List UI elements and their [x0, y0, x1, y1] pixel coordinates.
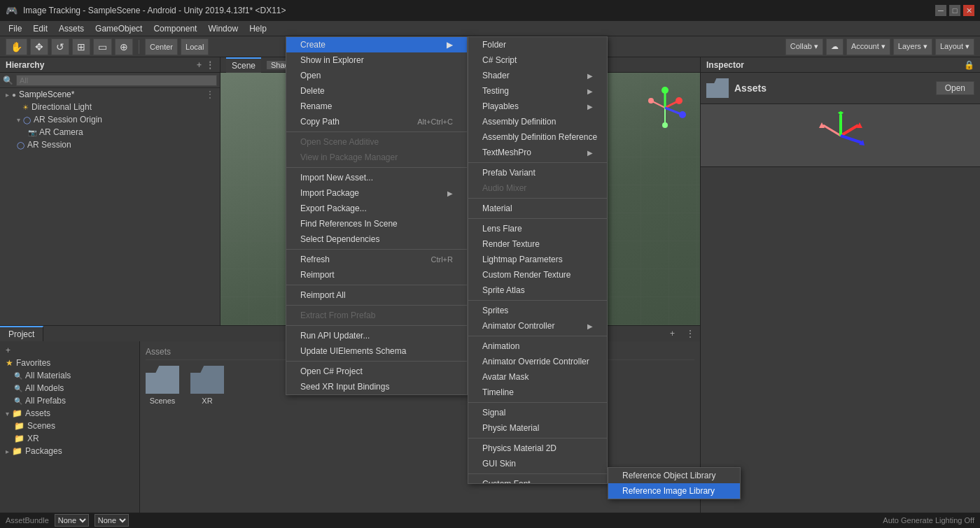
ctx-import-package[interactable]: Import Package ▶ [286, 185, 467, 201]
rect-tool[interactable]: ▭ [93, 38, 112, 55]
account-button[interactable]: Account ▾ [846, 38, 890, 55]
ctx-update-uielements[interactable]: Update UIElements Schema [286, 343, 467, 359]
menu-gameobject[interactable]: GameObject [90, 22, 148, 35]
ctx-reference-image-library[interactable]: Reference Image Library [608, 483, 740, 499]
ctx-seed-xr[interactable]: Seed XR Input Bindings [286, 379, 467, 394]
menu-file[interactable]: File [3, 22, 27, 35]
ctx-audio-mixer[interactable]: Material [468, 201, 607, 216]
hierarchy-item-arcamera[interactable]: 📷 AR Camera [0, 126, 220, 138]
sidebar-all-models[interactable]: 🔍 All Models [0, 382, 139, 394]
ctx-open[interactable]: Open [286, 68, 467, 83]
ctx-csharp-script[interactable]: C# Script [468, 52, 607, 68]
menu-assets[interactable]: Assets [53, 22, 90, 35]
ctx-animator-override[interactable]: Avatar Mask [468, 369, 607, 385]
inspector-lock-icon[interactable]: 🔒 [964, 60, 974, 70]
ctx-shader[interactable]: Shader ▶ [468, 68, 607, 83]
collab-button[interactable]: Collab ▾ [785, 38, 823, 55]
ctx-open-csharp[interactable]: Open C# Project [286, 364, 467, 379]
ctx-sep-1 [286, 131, 467, 132]
ctx-refresh[interactable]: Refresh Ctrl+R [286, 252, 467, 267]
ctx-export-package[interactable]: Export Package... [286, 201, 467, 216]
move-tool[interactable]: ✥ [30, 38, 48, 55]
ctx-sprites[interactable]: Animator Controller ▶ [468, 318, 607, 334]
rotate-tool[interactable]: ↺ [51, 38, 69, 55]
sidebar-add-button[interactable]: + [0, 344, 139, 357]
ctx-delete[interactable]: Delete [286, 83, 467, 99]
ctx-folder[interactable]: Folder [468, 37, 607, 52]
ctx-import-new-asset[interactable]: Import New Asset... [286, 170, 467, 185]
transform-tool[interactable]: ⊕ [115, 38, 133, 55]
project-tab[interactable]: Project [0, 326, 43, 341]
context-menu-1-header[interactable]: Create ▶ [286, 37, 467, 52]
ctx-playables[interactable]: Playables ▶ [468, 99, 607, 114]
menu-component[interactable]: Component [148, 22, 202, 35]
sidebar-all-materials[interactable]: 🔍 All Materials [0, 369, 139, 382]
menu-window[interactable]: Window [202, 22, 244, 35]
cloud-button[interactable]: ☁ [826, 38, 844, 55]
scene-tab[interactable]: Scene [226, 57, 261, 73]
hierarchy-item-dirlight[interactable]: ☀ Directional Light [0, 101, 220, 113]
ctx-physic-material[interactable]: Physics Material 2D [468, 441, 607, 456]
sidebar-all-prefabs[interactable]: 🔍 All Prefabs [0, 394, 139, 407]
center-button[interactable]: Center [145, 38, 178, 55]
ctx-copy-path[interactable]: Copy Path Alt+Ctrl+C [286, 114, 467, 129]
minimize-button[interactable]: ─ [935, 5, 946, 16]
ctx-assembly-def-ref[interactable]: Assembly Definition Reference [468, 129, 607, 145]
ctx-avatar-mask[interactable]: Timeline [468, 385, 607, 400]
ctx-custom-render-texture[interactable]: Sprite Atlas [468, 283, 607, 298]
ctx-timeline[interactable]: Signal [468, 405, 607, 420]
ctx-scene[interactable]: Prefab Variant [468, 165, 607, 180]
hierarchy-item-arsession[interactable]: ▾ ◯ AR Session Origin [0, 113, 220, 126]
ctx-find-references[interactable]: Find References In Scene [286, 216, 467, 231]
ctx-lightmap-params[interactable]: Custom Render Texture [468, 267, 607, 283]
add-icon[interactable]: + [197, 60, 202, 70]
ctx-reference-object-library[interactable]: Reference Object Library [608, 468, 740, 483]
ctx-textmeshpro[interactable]: TextMeshPro ▶ [468, 145, 607, 160]
sidebar-xr[interactable]: 📁 XR [0, 432, 139, 445]
ctx-lens-flare[interactable]: Render Texture [468, 236, 607, 252]
ctx-assembly-def[interactable]: Assembly Definition [468, 114, 607, 129]
hierarchy-item-samplescene[interactable]: ▸ ● SampleScene* ⋮ [0, 88, 220, 101]
hierarchy-search[interactable] [16, 75, 217, 86]
ctx-animator-controller[interactable]: Animation [468, 338, 607, 354]
ctx-run-api-updater[interactable]: Run API Updater... [286, 328, 467, 343]
ctx-show-explorer[interactable]: Show in Explorer [286, 52, 467, 68]
ctx-rename[interactable]: Rename [286, 99, 467, 114]
ctx-testing[interactable]: Testing ▶ [468, 83, 607, 99]
ctx-render-texture[interactable]: Lightmap Parameters [468, 252, 607, 267]
scale-tool[interactable]: ⊞ [72, 38, 90, 55]
ctx-reimport[interactable]: Reimport [286, 267, 467, 283]
sidebar-scenes[interactable]: 📁 Scenes [0, 420, 139, 432]
ctx-material[interactable]: Lens Flare [468, 221, 607, 236]
menu-edit[interactable]: Edit [27, 22, 53, 35]
close-button[interactable]: ✕ [963, 5, 974, 16]
ctx-select-dependencies[interactable]: Select Dependencies [286, 231, 467, 247]
menu-help[interactable]: Help [244, 22, 272, 35]
sidebar-assets[interactable]: ▾ 📁 Assets [0, 407, 139, 420]
hand-tool[interactable]: ✋ [6, 38, 27, 55]
scene-gizmo [644, 87, 686, 129]
layout-button[interactable]: Layout ▾ [935, 38, 974, 55]
ctx-animation[interactable]: Animator Override Controller [468, 354, 607, 369]
layers-button[interactable]: Layers ▾ [893, 38, 932, 55]
hierarchy-item-menu[interactable]: ⋮ [206, 90, 214, 99]
local-button[interactable]: Local [181, 38, 209, 55]
sidebar-favorites[interactable]: ★ Favorites [0, 357, 139, 369]
ctx-gui-skin[interactable]: Custom Font [468, 476, 607, 484]
ctx-physics-material-2d[interactable]: GUI Skin [468, 456, 607, 471]
ctx-reimport-all[interactable]: Reimport All [286, 287, 467, 303]
xr-folder-asset[interactable]: XR [190, 366, 224, 405]
sidebar-packages[interactable]: ▸ 📁 Packages [0, 445, 139, 457]
inspector-header: Inspector 🔒 [701, 57, 980, 73]
bottom-menu-icon[interactable]: ⋮ [680, 329, 700, 338]
ctx-sprite-atlas[interactable]: Sprites [468, 303, 607, 318]
assetbundle-variant-select[interactable]: None [94, 514, 129, 527]
hierarchy-item-arsession2[interactable]: ◯ AR Session [0, 138, 220, 151]
inspector-open-button[interactable]: Open [936, 81, 974, 95]
ctx-signal[interactable]: Physic Material [468, 420, 607, 436]
maximize-button[interactable]: □ [949, 5, 960, 16]
scenes-folder-asset[interactable]: Scenes [146, 366, 179, 405]
menu-icon[interactable]: ⋮ [206, 60, 214, 70]
bottom-add-icon[interactable]: + [664, 329, 680, 338]
assetbundle-select[interactable]: None [55, 514, 89, 527]
